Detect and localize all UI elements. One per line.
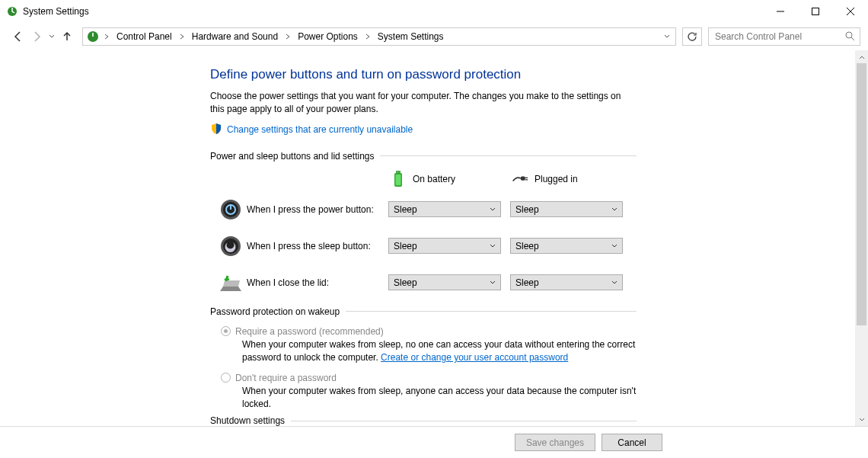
plug-icon [512, 171, 528, 187]
vertical-scrollbar[interactable] [855, 50, 868, 426]
chevron-right-icon[interactable] [177, 34, 187, 40]
divider [380, 155, 637, 156]
chevron-down-icon [488, 243, 497, 249]
search-input[interactable] [713, 30, 844, 43]
svg-rect-9 [396, 171, 400, 173]
close-lid-label: When I close the lid: [244, 277, 388, 288]
power-button-battery-select[interactable]: Sleep [388, 201, 501, 217]
refresh-button[interactable] [682, 27, 702, 46]
breadcrumb-system-settings[interactable]: System Settings [375, 28, 447, 45]
scroll-up-button[interactable] [855, 50, 868, 63]
sleep-button-plugged-select[interactable]: Sleep [510, 238, 623, 254]
require-password-radio [221, 326, 231, 336]
chevron-right-icon[interactable] [101, 34, 112, 40]
close-lid-plugged-select[interactable]: Sleep [510, 274, 623, 290]
title-bar: System Settings [0, 0, 868, 23]
col-battery-label: On battery [413, 174, 455, 184]
history-dropdown[interactable] [47, 34, 56, 40]
group-shutdown-title: Shutdown settings [210, 415, 285, 426]
forward-button[interactable] [29, 29, 44, 44]
power-button-row: When I press the power button: Sleep Sle… [210, 197, 637, 223]
require-password-description: When your computer wakes from sleep, no … [221, 338, 637, 365]
create-change-password-link[interactable]: Create or change your user account passw… [381, 352, 568, 363]
page-heading: Define power buttons and turn on passwor… [210, 67, 637, 82]
breadcrumb-control-panel[interactable]: Control Panel [113, 28, 175, 45]
group-buttons-title: Power and sleep buttons and lid settings [210, 151, 374, 162]
breadcrumb-power-options[interactable]: Power Options [295, 28, 361, 45]
svg-rect-12 [521, 176, 525, 180]
close-button[interactable] [833, 0, 868, 23]
chevron-down-icon [610, 280, 619, 286]
dont-require-password-radio [221, 373, 231, 383]
maximize-button[interactable] [798, 0, 833, 23]
scroll-down-button[interactable] [855, 413, 868, 426]
app-icon [6, 5, 18, 18]
col-plugged-label: Plugged in [535, 174, 578, 184]
svg-rect-11 [396, 175, 401, 185]
minimize-button[interactable] [763, 0, 798, 23]
chevron-right-icon[interactable] [282, 34, 293, 40]
battery-icon [390, 171, 407, 187]
up-button[interactable] [59, 29, 75, 44]
save-changes-button[interactable]: Save changes [515, 434, 595, 451]
address-bar[interactable]: Control Panel Hardware and Sound Power O… [82, 27, 676, 46]
sleep-button-row: When I press the sleep button: Sleep Sle… [210, 233, 637, 259]
chevron-down-icon [488, 280, 497, 286]
power-options-icon [86, 30, 100, 43]
sleep-button-label: When I press the sleep button: [244, 241, 388, 251]
chevron-right-icon[interactable] [362, 34, 373, 40]
window-title: System Settings [23, 6, 763, 17]
breadcrumb-hardware-sound[interactable]: Hardware and Sound [189, 28, 281, 45]
change-settings-link[interactable]: Change settings that are currently unava… [227, 124, 413, 135]
power-button-label: When I press the power button: [244, 204, 388, 215]
shield-icon [210, 123, 222, 137]
search-box[interactable] [708, 27, 860, 46]
svg-line-8 [851, 37, 854, 40]
divider [346, 311, 637, 312]
back-button[interactable] [11, 29, 26, 44]
dont-require-password-label: Don't require a password [235, 373, 337, 383]
footer: Save changes Cancel [0, 426, 868, 458]
sleep-button-icon [218, 233, 244, 259]
power-button-icon [218, 197, 244, 223]
svg-point-7 [846, 32, 852, 38]
sleep-button-battery-select[interactable]: Sleep [388, 238, 501, 254]
chevron-down-icon [488, 207, 497, 213]
chevron-down-icon [610, 243, 619, 249]
close-lid-row: When I close the lid: Sleep Sleep [210, 270, 637, 296]
scroll-thumb[interactable] [857, 63, 866, 325]
power-button-plugged-select[interactable]: Sleep [510, 201, 623, 217]
divider [291, 421, 637, 421]
group-password-title: Password protection on wakeup [210, 306, 340, 317]
cancel-button[interactable]: Cancel [602, 434, 662, 451]
svg-rect-6 [92, 33, 94, 37]
address-dropdown[interactable] [660, 34, 674, 40]
laptop-lid-icon [218, 270, 244, 296]
page-description: Choose the power settings that you want … [210, 90, 637, 117]
svg-rect-2 [812, 8, 819, 15]
search-icon[interactable] [844, 30, 857, 43]
content-area: Define power buttons and turn on passwor… [0, 50, 855, 426]
require-password-label: Require a password (recommended) [235, 326, 384, 337]
close-lid-battery-select[interactable]: Sleep [388, 274, 501, 290]
chevron-down-icon [610, 207, 619, 213]
nav-row: Control Panel Hardware and Sound Power O… [0, 23, 868, 50]
